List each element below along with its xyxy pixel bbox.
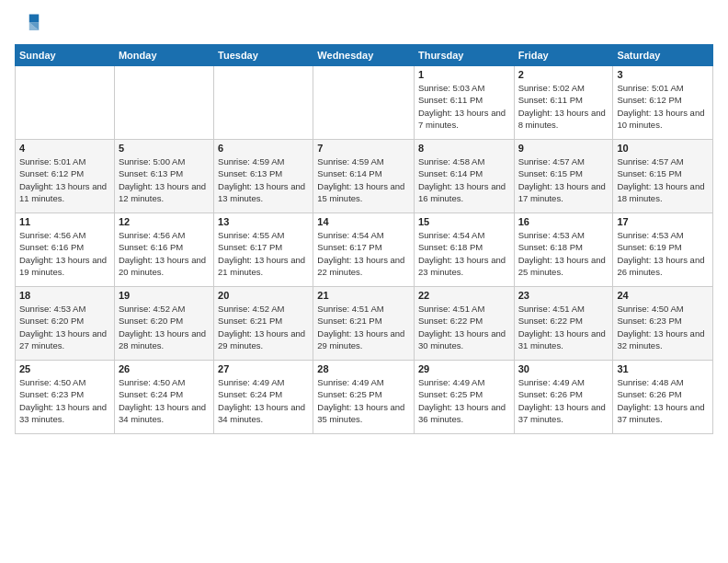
cell-day-number: 29 [418,363,510,374]
cell-sunset: Sunset: 6:26 PM [617,388,709,400]
cell-daylight: Daylight: 13 hours and 37 minutes. [617,401,709,426]
cell-day-number: 11 [19,216,110,227]
cell-day-number: 23 [518,290,609,301]
cell-sunset: Sunset: 6:11 PM [418,94,510,106]
cell-daylight: Daylight: 13 hours and 31 minutes. [518,327,609,352]
cell-sunrise: Sunrise: 4:59 AM [218,155,309,167]
cell-sunrise: Sunrise: 4:56 AM [19,229,110,241]
cell-daylight: Daylight: 13 hours and 30 minutes. [418,327,510,352]
weekday-header-friday: Friday [514,45,613,66]
weekday-header-monday: Monday [114,45,213,66]
week-row-2: 4 Sunrise: 5:01 AM Sunset: 6:12 PM Dayli… [16,140,713,213]
calendar-cell: 26 Sunrise: 4:50 AM Sunset: 6:24 PM Dayl… [114,361,213,434]
cell-day-number: 8 [418,143,510,154]
cell-daylight: Daylight: 13 hours and 7 minutes. [418,107,510,132]
cell-day-number: 24 [617,290,709,301]
cell-sunset: Sunset: 6:20 PM [19,315,110,327]
calendar-cell: 16 Sunrise: 4:53 AM Sunset: 6:18 PM Dayl… [514,213,613,287]
calendar-cell: 25 Sunrise: 4:50 AM Sunset: 6:23 PM Dayl… [16,361,115,434]
cell-sunset: Sunset: 6:18 PM [518,241,609,253]
cell-day-number: 10 [617,143,709,154]
cell-daylight: Daylight: 13 hours and 20 minutes. [119,254,210,279]
cell-sunset: Sunset: 6:11 PM [518,94,609,106]
cell-sunset: Sunset: 6:21 PM [317,315,410,327]
cell-day-number: 14 [317,216,410,227]
weekday-header-thursday: Thursday [414,45,514,66]
cell-day-number: 18 [19,290,110,301]
cell-daylight: Daylight: 13 hours and 23 minutes. [418,254,510,279]
cell-sunset: Sunset: 6:12 PM [19,167,110,179]
week-row-1: 1 Sunrise: 5:03 AM Sunset: 6:11 PM Dayli… [16,66,713,140]
cell-day-number: 1 [418,69,510,80]
calendar-cell: 17 Sunrise: 4:53 AM Sunset: 6:19 PM Dayl… [613,213,713,287]
cell-day-number: 16 [518,216,609,227]
cell-sunset: Sunset: 6:13 PM [218,167,309,179]
calendar-cell: 30 Sunrise: 4:49 AM Sunset: 6:26 PM Dayl… [514,361,613,434]
calendar-table: SundayMondayTuesdayWednesdayThursdayFrid… [15,44,713,434]
calendar-cell: 15 Sunrise: 4:54 AM Sunset: 6:18 PM Dayl… [414,213,514,287]
cell-daylight: Daylight: 13 hours and 12 minutes. [119,180,210,205]
calendar-cell: 10 Sunrise: 4:57 AM Sunset: 6:15 PM Dayl… [613,140,713,213]
cell-sunrise: Sunrise: 4:53 AM [617,229,709,241]
cell-sunrise: Sunrise: 5:03 AM [418,82,510,94]
cell-day-number: 25 [19,363,110,374]
cell-sunset: Sunset: 6:21 PM [218,315,309,327]
cell-sunset: Sunset: 6:22 PM [418,315,510,327]
cell-day-number: 12 [119,216,210,227]
cell-sunrise: Sunrise: 4:56 AM [119,229,210,241]
cell-day-number: 27 [218,363,309,374]
cell-sunset: Sunset: 6:15 PM [518,167,609,179]
cell-sunrise: Sunrise: 4:51 AM [418,303,510,315]
calendar-cell: 18 Sunrise: 4:53 AM Sunset: 6:20 PM Dayl… [16,287,115,361]
weekday-header-row: SundayMondayTuesdayWednesdayThursdayFrid… [16,45,713,66]
cell-daylight: Daylight: 13 hours and 32 minutes. [617,327,709,352]
calendar-cell [214,66,313,140]
cell-day-number: 4 [19,143,110,154]
calendar-cell: 11 Sunrise: 4:56 AM Sunset: 6:16 PM Dayl… [16,213,115,287]
weekday-header-sunday: Sunday [16,45,115,66]
cell-day-number: 13 [218,216,309,227]
cell-daylight: Daylight: 13 hours and 29 minutes. [218,327,309,352]
cell-sunrise: Sunrise: 4:50 AM [617,303,709,315]
cell-sunset: Sunset: 6:17 PM [317,241,410,253]
cell-sunset: Sunset: 6:13 PM [119,167,210,179]
cell-sunrise: Sunrise: 5:02 AM [518,82,609,94]
cell-sunrise: Sunrise: 4:51 AM [317,303,410,315]
calendar-page: SundayMondayTuesdayWednesdayThursdayFrid… [0,0,728,563]
cell-day-number: 15 [418,216,510,227]
cell-daylight: Daylight: 13 hours and 37 minutes. [518,401,609,426]
cell-sunset: Sunset: 6:14 PM [418,167,510,179]
cell-day-number: 6 [218,143,309,154]
cell-sunrise: Sunrise: 4:53 AM [19,303,110,315]
cell-day-number: 19 [119,290,210,301]
cell-daylight: Daylight: 13 hours and 13 minutes. [218,180,309,205]
weekday-header-saturday: Saturday [613,45,713,66]
calendar-cell: 13 Sunrise: 4:55 AM Sunset: 6:17 PM Dayl… [214,213,313,287]
svg-marker-1 [29,15,40,23]
cell-sunrise: Sunrise: 4:50 AM [19,376,110,388]
cell-daylight: Daylight: 13 hours and 18 minutes. [617,180,709,205]
cell-sunrise: Sunrise: 5:01 AM [617,82,709,94]
calendar-cell: 19 Sunrise: 4:52 AM Sunset: 6:20 PM Dayl… [114,287,213,361]
cell-sunrise: Sunrise: 5:01 AM [19,155,110,167]
cell-sunrise: Sunrise: 4:51 AM [518,303,609,315]
cell-daylight: Daylight: 13 hours and 22 minutes. [317,254,410,279]
calendar-cell: 23 Sunrise: 4:51 AM Sunset: 6:22 PM Dayl… [514,287,613,361]
cell-sunset: Sunset: 6:26 PM [518,388,609,400]
calendar-cell: 24 Sunrise: 4:50 AM Sunset: 6:23 PM Dayl… [613,287,713,361]
cell-sunrise: Sunrise: 4:49 AM [317,376,410,388]
cell-sunset: Sunset: 6:18 PM [418,241,510,253]
cell-sunset: Sunset: 6:25 PM [418,388,510,400]
calendar-cell: 14 Sunrise: 4:54 AM Sunset: 6:17 PM Dayl… [313,213,415,287]
calendar-cell: 5 Sunrise: 5:00 AM Sunset: 6:13 PM Dayli… [114,140,213,213]
cell-daylight: Daylight: 13 hours and 26 minutes. [617,254,709,279]
cell-sunrise: Sunrise: 4:49 AM [418,376,510,388]
calendar-cell: 20 Sunrise: 4:52 AM Sunset: 6:21 PM Dayl… [214,287,313,361]
logo [15,11,44,37]
cell-sunrise: Sunrise: 4:59 AM [317,155,410,167]
calendar-cell: 4 Sunrise: 5:01 AM Sunset: 6:12 PM Dayli… [16,140,115,213]
cell-sunset: Sunset: 6:12 PM [617,94,709,106]
cell-daylight: Daylight: 13 hours and 33 minutes. [19,401,110,426]
cell-sunset: Sunset: 6:22 PM [518,315,609,327]
cell-sunset: Sunset: 6:25 PM [317,388,410,400]
